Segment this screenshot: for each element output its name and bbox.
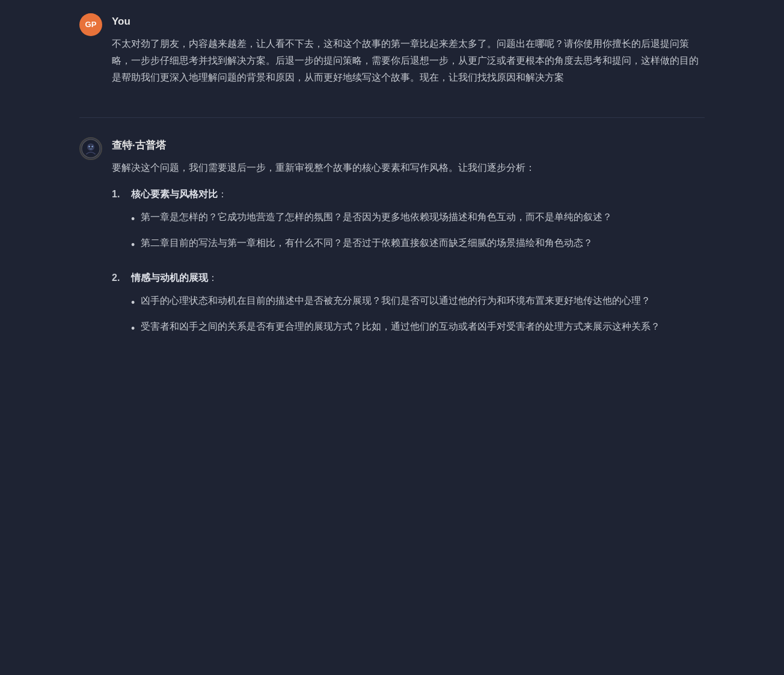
bullet-text: 第一章是怎样的？它成功地营造了怎样的氛围？是否因为更多地依赖现场描述和角色互动，… (141, 209, 612, 226)
section-1-num: 1. (112, 186, 126, 203)
assistant-avatar (79, 137, 102, 160)
bullet-item: • 受害者和凶手之间的关系是否有更合理的展现方式？比如，通过他们的互动或者凶手对… (131, 318, 705, 339)
user-sender-name: You (112, 13, 705, 31)
chat-container: GP You 不太对劲了朋友，内容越来越差，让人看不下去，这和这个故事的第一章比… (61, 0, 723, 390)
bullet-text: 受害者和凶手之间的关系是否有更合理的展现方式？比如，通过他们的互动或者凶手对受害… (141, 318, 660, 335)
assistant-message-text: 要解决这个问题，我们需要退后一步，重新审视整个故事的核心要素和写作风格。让我们逐… (112, 159, 705, 345)
bullet-icon: • (131, 210, 135, 229)
bullet-item: • 凶手的心理状态和动机在目前的描述中是否被充分展现？我们是否可以通过他的行为和… (131, 292, 705, 313)
section-1-bullets: • 第一章是怎样的？它成功地营造了怎样的氛围？是否因为更多地依赖现场描述和角色互… (131, 209, 705, 255)
bullet-text: 凶手的心理状态和动机在目前的描述中是否被充分展现？我们是否可以通过他的行为和环境… (141, 292, 651, 309)
sections-list: 1. 核心要素与风格对比： • 第一章是怎样的？它成功地营造了怎样的氛围？是否因… (112, 186, 705, 345)
assistant-message-block: 查特·古普塔 要解决这个问题，我们需要退后一步，重新审视整个故事的核心要素和写作… (79, 136, 705, 354)
assistant-intro: 要解决这个问题，我们需要退后一步，重新审视整个故事的核心要素和写作风格。让我们逐… (112, 159, 705, 176)
section-2-content: 情感与动机的展现： • 凶手的心理状态和动机在目前的描述中是否被充分展现？我们是… (131, 270, 705, 345)
assistant-avatar-icon (81, 139, 100, 158)
section-2-bullets: • 凶手的心理状态和动机在目前的描述中是否被充分展现？我们是否可以通过他的行为和… (131, 292, 705, 339)
section-2-num: 2. (112, 270, 126, 286)
bullet-item: • 第二章目前的写法与第一章相比，有什么不同？是否过于依赖直接叙述而缺乏细腻的场… (131, 235, 705, 255)
user-message-content: You 不太对劲了朋友，内容越来越差，让人看不下去，这和这个故事的第一章比起来差… (112, 12, 705, 93)
svg-point-4 (91, 146, 93, 147)
bullet-icon: • (131, 236, 135, 255)
user-message-text: 不太对劲了朋友，内容越来越差，让人看不下去，这和这个故事的第一章比起来差太多了。… (112, 35, 705, 86)
user-avatar: GP (79, 13, 102, 36)
bullet-icon: • (131, 294, 135, 313)
assistant-message-content: 查特·古普塔 要解决这个问题，我们需要退后一步，重新审视整个故事的核心要素和写作… (112, 136, 705, 354)
assistant-sender-name: 查特·古普塔 (112, 137, 705, 155)
bullet-icon: • (131, 319, 135, 339)
section-1-content: 核心要素与风格对比： • 第一章是怎样的？它成功地营造了怎样的氛围？是否因为更多… (131, 186, 705, 261)
bullet-item: • 第一章是怎样的？它成功地营造了怎样的氛围？是否因为更多地依赖现场描述和角色互… (131, 209, 705, 229)
section-1-title: 核心要素与风格对比 (131, 189, 218, 199)
section-1: 1. 核心要素与风格对比： • 第一章是怎样的？它成功地营造了怎样的氛围？是否因… (112, 186, 705, 261)
message-divider (79, 117, 705, 118)
section-2-title: 情感与动机的展现 (131, 273, 208, 283)
section-2: 2. 情感与动机的展现： • 凶手的心理状态和动机在目前的描述中是否被充分展现？… (112, 270, 705, 345)
user-message-block: GP You 不太对劲了朋友，内容越来越差，让人看不下去，这和这个故事的第一章比… (79, 12, 705, 93)
bullet-text: 第二章目前的写法与第一章相比，有什么不同？是否过于依赖直接叙述而缺乏细腻的场景描… (141, 235, 593, 251)
svg-point-3 (88, 146, 90, 147)
